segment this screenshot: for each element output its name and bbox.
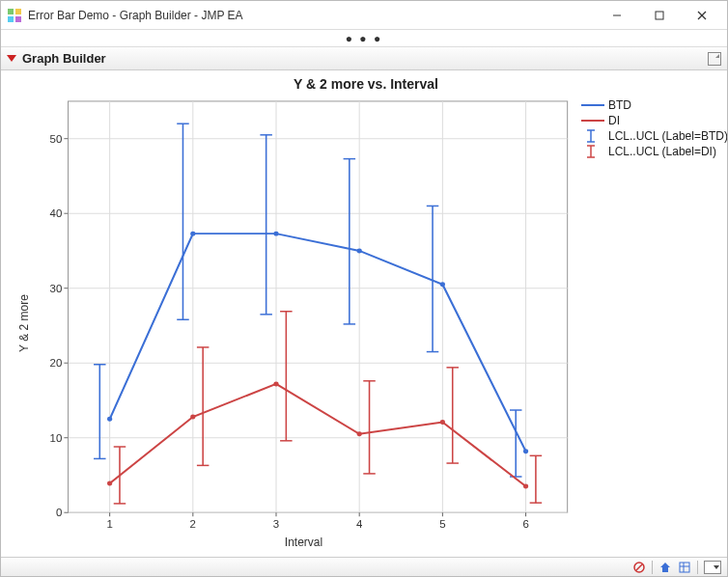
legend-label: BTD	[608, 98, 631, 112]
popout-icon[interactable]	[708, 52, 721, 66]
svg-rect-2	[8, 16, 14, 22]
stop-icon[interactable]	[632, 561, 646, 574]
chart-container: Y & 2 more vs. Interval Y & 2 more 01020…	[16, 76, 715, 551]
svg-rect-104	[680, 563, 689, 572]
svg-text:1: 1	[106, 518, 112, 530]
svg-text:5: 5	[439, 518, 445, 530]
legend-item[interactable]: BTD	[581, 97, 714, 113]
svg-text:30: 30	[50, 283, 63, 294]
svg-marker-103	[660, 563, 670, 572]
svg-point-45	[107, 417, 112, 422]
svg-rect-8	[69, 101, 568, 512]
report-title: Graph Builder	[22, 51, 708, 66]
svg-point-71	[273, 381, 278, 386]
svg-point-49	[440, 282, 445, 287]
svg-point-48	[357, 248, 362, 253]
svg-text:6: 6	[522, 518, 528, 530]
disclosure-triangle-icon[interactable]	[7, 55, 16, 62]
legend-label: LCL..UCL (Label=DI)	[608, 145, 716, 158]
svg-text:3: 3	[273, 518, 279, 530]
legend-label: LCL..UCL (Label=BTD)	[608, 129, 728, 143]
svg-rect-0	[8, 9, 14, 14]
display-options-dropdown[interactable]	[704, 561, 721, 574]
status-bar	[1, 557, 727, 576]
line-swatch-icon	[581, 98, 604, 112]
legend-item[interactable]: LCL..UCL (Label=BTD)	[581, 128, 714, 144]
report-header: Graph Builder	[1, 47, 727, 70]
status-divider	[697, 561, 698, 574]
svg-text:40: 40	[50, 207, 63, 219]
svg-line-102	[636, 564, 642, 570]
svg-rect-5	[656, 12, 663, 19]
svg-point-50	[523, 449, 528, 453]
data-table-icon[interactable]	[678, 561, 691, 574]
chart-title: Y & 2 more vs. Interval	[16, 76, 715, 96]
chart-plot-area[interactable]: 01020304050123456	[32, 96, 575, 536]
svg-point-47	[273, 232, 278, 236]
maximize-button[interactable]	[638, 2, 681, 29]
x-axis-title[interactable]: Interval	[32, 536, 575, 551]
svg-text:10: 10	[50, 432, 63, 444]
svg-text:0: 0	[56, 507, 62, 518]
svg-text:20: 20	[50, 357, 63, 369]
minimize-button[interactable]	[596, 2, 638, 29]
app-icon	[7, 8, 22, 23]
svg-point-69	[107, 481, 112, 486]
toolbar-overflow[interactable]: ● ● ●	[1, 30, 727, 47]
y-axis-title[interactable]: Y & 2 more	[16, 96, 32, 551]
errorbar-swatch-icon	[581, 129, 604, 143]
svg-point-74	[523, 484, 528, 489]
overflow-icon: ● ● ●	[346, 32, 382, 45]
svg-point-73	[440, 420, 445, 425]
legend-item[interactable]: DI	[581, 113, 714, 128]
home-icon[interactable]	[658, 561, 672, 574]
svg-point-72	[357, 431, 362, 436]
line-swatch-icon	[581, 114, 604, 127]
legend-label: DI	[608, 114, 620, 127]
svg-point-46	[190, 232, 195, 236]
window-titlebar: Error Bar Demo - Graph Builder - JMP EA	[1, 1, 727, 30]
svg-rect-1	[15, 9, 21, 14]
svg-text:2: 2	[190, 518, 196, 530]
svg-text:4: 4	[356, 518, 362, 530]
svg-point-70	[190, 415, 195, 420]
chart-legend[interactable]: BTDDILCL..UCL (Label=BTD)LCL..UCL (Label…	[575, 96, 715, 551]
errorbar-swatch-icon	[581, 145, 604, 158]
report-body: Y & 2 more vs. Interval Y & 2 more 01020…	[1, 70, 727, 557]
close-button[interactable]	[681, 2, 723, 29]
window-title: Error Bar Demo - Graph Builder - JMP EA	[28, 9, 596, 22]
svg-text:50: 50	[50, 133, 63, 145]
legend-item[interactable]: LCL..UCL (Label=DI)	[581, 144, 714, 159]
svg-rect-3	[15, 16, 21, 22]
status-divider	[652, 561, 653, 574]
